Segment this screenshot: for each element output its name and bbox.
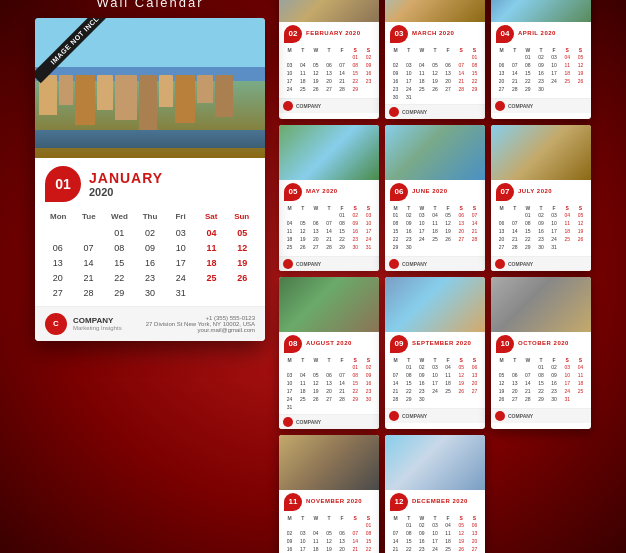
mini-calendar-image — [491, 125, 591, 180]
mini-month-header: 09SEPTEMBER 2020 — [385, 332, 485, 355]
mini-month-badge: 03 — [390, 25, 408, 43]
mini-day: 13 — [336, 537, 349, 545]
mini-day: 05 — [309, 61, 322, 69]
calendar-day: 03 — [166, 226, 196, 240]
mini-day — [428, 395, 441, 403]
mini-day: 12 — [455, 529, 468, 537]
mini-day: 15 — [534, 379, 547, 387]
mini-month-badge: 07 — [496, 183, 514, 201]
mini-day: 17 — [561, 379, 574, 387]
mini-company-logo — [495, 259, 505, 269]
calendar-day: 14 — [74, 256, 104, 270]
mini-day: 29 — [521, 243, 534, 251]
mini-day: 19 — [495, 387, 508, 395]
mini-day — [468, 243, 481, 251]
mini-company-name: COMPANY — [296, 103, 321, 109]
mini-day: 20 — [455, 227, 468, 235]
mini-day: 11 — [561, 61, 574, 69]
month-title-group: JANUARY 2020 — [89, 170, 163, 198]
mini-month-name: JUNE 2020 — [412, 188, 448, 195]
mini-day: 22 — [349, 387, 362, 395]
mini-day: 01 — [362, 521, 375, 529]
mini-day: 09 — [548, 371, 561, 379]
mini-footer: COMPANY — [385, 256, 485, 271]
mini-day: 30 — [548, 395, 561, 403]
mini-day: 02 — [548, 363, 561, 371]
mini-day: 18 — [561, 69, 574, 77]
mini-month-label: JULY 2020 — [518, 188, 552, 195]
mini-day — [296, 211, 309, 219]
mini-day: 30 — [534, 243, 547, 251]
mini-day: 18 — [442, 379, 455, 387]
mini-day — [309, 211, 322, 219]
calendar-day: 29 — [104, 286, 134, 300]
mini-day: 15 — [468, 69, 481, 77]
mini-company-name: COMPANY — [296, 419, 321, 425]
mini-cal-grid: MTWTFSS010203040506070809101112131415161… — [385, 45, 485, 104]
mini-day: 17 — [362, 227, 375, 235]
mini-day: 27 — [322, 395, 335, 403]
mini-day: 16 — [283, 545, 296, 553]
mini-day — [322, 363, 335, 371]
mini-day: 10 — [283, 69, 296, 77]
calendar-day: 19 — [227, 256, 257, 270]
mini-day — [508, 53, 521, 61]
mini-day: 06 — [336, 529, 349, 537]
day-header-thu: Thu — [135, 210, 166, 223]
mini-day: 11 — [442, 529, 455, 537]
mini-day: 17 — [402, 77, 415, 85]
mini-day: 10 — [415, 219, 428, 227]
mini-day — [495, 363, 508, 371]
mini-day: 03 — [428, 521, 441, 529]
mini-day: 10 — [283, 379, 296, 387]
mini-day — [495, 251, 508, 253]
mini-day — [389, 521, 402, 529]
mini-cal-grid: MTWTFSS010203040506070809101112131415161… — [279, 203, 379, 256]
mini-day: 27 — [322, 85, 335, 93]
mini-day: 25 — [428, 235, 441, 243]
mini-day — [508, 93, 521, 95]
calendar-day: 16 — [135, 256, 165, 270]
mini-day: 24 — [428, 387, 441, 395]
mini-day: 19 — [442, 227, 455, 235]
mini-day: 22 — [336, 235, 349, 243]
mini-day: 07 — [521, 371, 534, 379]
mini-day: 31 — [283, 403, 296, 411]
mini-month-badge: 06 — [390, 183, 408, 201]
mini-month-header: 05MAY 2020 — [279, 180, 379, 203]
mini-day: 02 — [283, 529, 296, 537]
mini-calendars-grid: 02FEBRUARY 2020MTWTFSS010203040506070809… — [279, 0, 591, 553]
mini-month-badge: 08 — [284, 335, 302, 353]
mini-company-name: COMPANY — [402, 413, 427, 419]
mini-day — [283, 363, 296, 371]
mini-calendar: 11NOVEMBER 2020MTWTFSS010203040506070809… — [279, 435, 379, 554]
mini-day — [455, 395, 468, 403]
mini-cal-grid: MTWTFSS010203040506070809101112131415161… — [279, 45, 379, 98]
mini-day — [283, 521, 296, 529]
mini-company-name: COMPANY — [508, 103, 533, 109]
mini-days: 0102030405060708091011121314151617181920… — [389, 53, 481, 101]
mini-day: 31 — [402, 93, 415, 101]
mini-day: 20 — [468, 537, 481, 545]
mini-day: 27 — [468, 387, 481, 395]
mini-day: 22 — [402, 387, 415, 395]
mini-day: 19 — [309, 387, 322, 395]
mini-day: 19 — [455, 379, 468, 387]
mini-day — [428, 53, 441, 61]
mini-day: 17 — [283, 387, 296, 395]
mini-day — [574, 85, 587, 93]
mini-day: 19 — [428, 77, 441, 85]
mini-day: 12 — [309, 379, 322, 387]
mini-month-badge: 12 — [390, 493, 408, 511]
building-3 — [75, 75, 95, 125]
mini-day: 12 — [296, 227, 309, 235]
mini-day: 18 — [309, 545, 322, 553]
mini-month-name: MARCH 2020 — [412, 30, 454, 37]
calendar-day: 09 — [135, 241, 165, 255]
mini-footer: COMPANY — [491, 98, 591, 113]
month-number-badge: 01 — [45, 166, 81, 202]
mini-day: 01 — [521, 53, 534, 61]
mini-day — [283, 211, 296, 219]
company-address: 27 Division St New York, NY 10002, USA — [146, 321, 255, 327]
calendar-day — [74, 226, 104, 240]
